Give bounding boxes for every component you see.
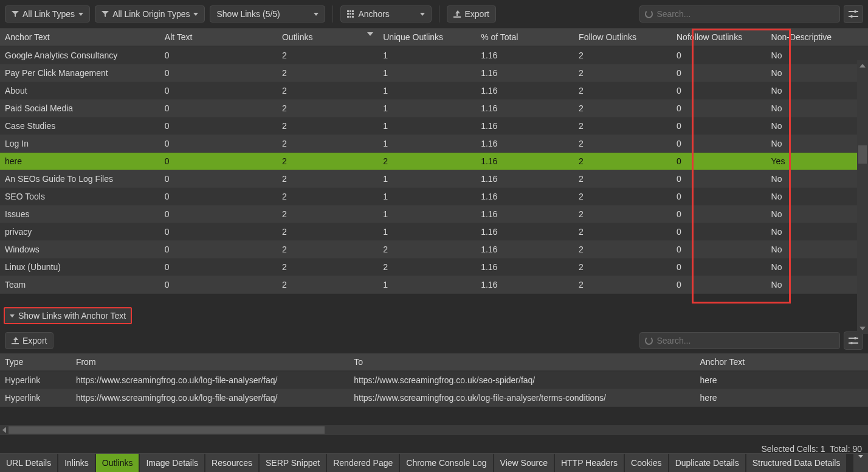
- table-cell[interactable]: Log In: [0, 135, 160, 153]
- tab-view-source[interactable]: View Source: [494, 454, 554, 472]
- table-cell[interactable]: 0: [672, 153, 766, 170]
- table-cell[interactable]: Pay Per Click Management: [0, 64, 160, 82]
- show-links-with-anchor-toggle[interactable]: Show Links with Anchor Text: [4, 307, 132, 324]
- table-cell[interactable]: 0: [672, 188, 766, 206]
- column-header[interactable]: % of Total: [476, 29, 574, 46]
- table-cell[interactable]: 2: [574, 276, 672, 294]
- table-cell[interactable]: An SEOs Guide To Log Files: [0, 170, 160, 188]
- table-cell[interactable]: 1: [378, 188, 476, 206]
- table-cell[interactable]: No: [766, 117, 868, 135]
- table-cell[interactable]: No: [766, 188, 868, 206]
- table-cell[interactable]: 0: [160, 276, 277, 294]
- table-cell[interactable]: 2: [277, 241, 378, 259]
- table-cell[interactable]: 1.16: [476, 153, 574, 170]
- table-cell[interactable]: 0: [160, 241, 277, 259]
- horizontal-scrollbar[interactable]: [0, 425, 868, 435]
- table-cell[interactable]: 2: [378, 259, 476, 276]
- table-cell[interactable]: 1.16: [476, 117, 574, 135]
- table-row[interactable]: Windows0221.1620No: [0, 241, 868, 259]
- table-cell[interactable]: No: [766, 259, 868, 276]
- column-header[interactable]: From: [71, 353, 349, 371]
- table-cell[interactable]: 1: [378, 100, 476, 117]
- search-options-button[interactable]: [844, 5, 863, 23]
- table-cell[interactable]: Issues: [0, 206, 160, 223]
- table-cell[interactable]: 1: [378, 135, 476, 153]
- table-row[interactable]: Paid Social Media0211.1620No: [0, 100, 868, 117]
- table-cell[interactable]: 1.16: [476, 276, 574, 294]
- table-cell[interactable]: 1.16: [476, 46, 574, 64]
- table-cell[interactable]: Yes: [766, 153, 868, 170]
- tab-image-details[interactable]: Image Details: [140, 454, 204, 472]
- table-cell[interactable]: 2: [574, 117, 672, 135]
- table-cell[interactable]: 0: [672, 259, 766, 276]
- table-cell[interactable]: 1.16: [476, 82, 574, 100]
- table-cell[interactable]: No: [766, 241, 868, 259]
- table-cell[interactable]: About: [0, 82, 160, 100]
- table-cell[interactable]: 0: [160, 223, 277, 241]
- table-cell[interactable]: 1: [378, 117, 476, 135]
- table-cell[interactable]: 2: [277, 206, 378, 223]
- table-cell[interactable]: 0: [160, 82, 277, 100]
- table-cell[interactable]: 0: [160, 46, 277, 64]
- table-cell[interactable]: 1.16: [476, 170, 574, 188]
- table-cell[interactable]: 2: [574, 135, 672, 153]
- table-cell[interactable]: 2: [574, 64, 672, 82]
- table-cell[interactable]: 2: [277, 223, 378, 241]
- table-cell[interactable]: No: [766, 206, 868, 223]
- table-row[interactable]: privacy0211.1620No: [0, 223, 868, 241]
- table-cell[interactable]: here: [695, 389, 868, 407]
- table-cell[interactable]: 1: [378, 276, 476, 294]
- table-cell[interactable]: No: [766, 135, 868, 153]
- table-cell[interactable]: 1: [378, 46, 476, 64]
- table-cell[interactable]: 2: [574, 259, 672, 276]
- table-cell[interactable]: 0: [672, 117, 766, 135]
- table-cell[interactable]: https://www.screamingfrog.co.uk/log-file…: [71, 389, 349, 407]
- table-row[interactable]: here0221.1620Yes: [0, 153, 868, 170]
- search-input[interactable]: [656, 9, 835, 19]
- table-cell[interactable]: 0: [672, 135, 766, 153]
- tab-resources[interactable]: Resources: [205, 454, 258, 472]
- table-cell[interactable]: 2: [574, 82, 672, 100]
- column-header[interactable]: Alt Text: [160, 29, 277, 46]
- table-row[interactable]: Log In0211.1620No: [0, 135, 868, 153]
- table-cell[interactable]: 0: [672, 170, 766, 188]
- lower-search-input-wrap[interactable]: [639, 332, 840, 349]
- table-cell[interactable]: 1.16: [476, 259, 574, 276]
- table-row[interactable]: SEO Tools0211.1620No: [0, 188, 868, 206]
- table-cell[interactable]: 1.16: [476, 241, 574, 259]
- link-types-dropdown[interactable]: All Link Types: [5, 5, 90, 23]
- tab-outlinks[interactable]: Outlinks: [96, 454, 139, 472]
- column-header[interactable]: Anchor Text: [0, 29, 160, 46]
- table-row[interactable]: Team0211.1620No: [0, 276, 868, 294]
- table-row[interactable]: About0211.1620No: [0, 82, 868, 100]
- table-cell[interactable]: 2: [277, 153, 378, 170]
- table-cell[interactable]: 2: [277, 100, 378, 117]
- column-header[interactable]: Follow Outlinks: [574, 29, 672, 46]
- table-cell[interactable]: 2: [277, 188, 378, 206]
- table-cell[interactable]: 1.16: [476, 188, 574, 206]
- table-cell[interactable]: Hyperlink: [0, 389, 71, 407]
- anchors-dropdown[interactable]: Anchors: [340, 5, 432, 23]
- table-cell[interactable]: 1: [378, 64, 476, 82]
- anchors-table[interactable]: Anchor TextAlt TextOutlinksUnique Outlin…: [0, 29, 868, 294]
- table-cell[interactable]: 2: [574, 153, 672, 170]
- column-header[interactable]: To: [349, 353, 695, 371]
- table-cell[interactable]: 2: [277, 276, 378, 294]
- table-cell[interactable]: Google Analytics Consultancy: [0, 46, 160, 64]
- table-row[interactable]: Pay Per Click Management0211.1620No: [0, 64, 868, 82]
- table-cell[interactable]: 0: [160, 135, 277, 153]
- table-cell[interactable]: 0: [672, 223, 766, 241]
- table-cell[interactable]: 2: [277, 135, 378, 153]
- table-cell[interactable]: 0: [160, 188, 277, 206]
- table-cell[interactable]: 2: [277, 259, 378, 276]
- table-cell[interactable]: Linux (Ubuntu): [0, 259, 160, 276]
- lower-search-options-button[interactable]: [844, 331, 863, 350]
- table-cell[interactable]: 1.16: [476, 100, 574, 117]
- table-cell[interactable]: 1: [378, 170, 476, 188]
- table-cell[interactable]: 2: [277, 170, 378, 188]
- table-cell[interactable]: Case Studies: [0, 117, 160, 135]
- table-cell[interactable]: 0: [160, 64, 277, 82]
- table-cell[interactable]: 0: [160, 117, 277, 135]
- table-cell[interactable]: 1.16: [476, 135, 574, 153]
- table-cell[interactable]: 2: [378, 241, 476, 259]
